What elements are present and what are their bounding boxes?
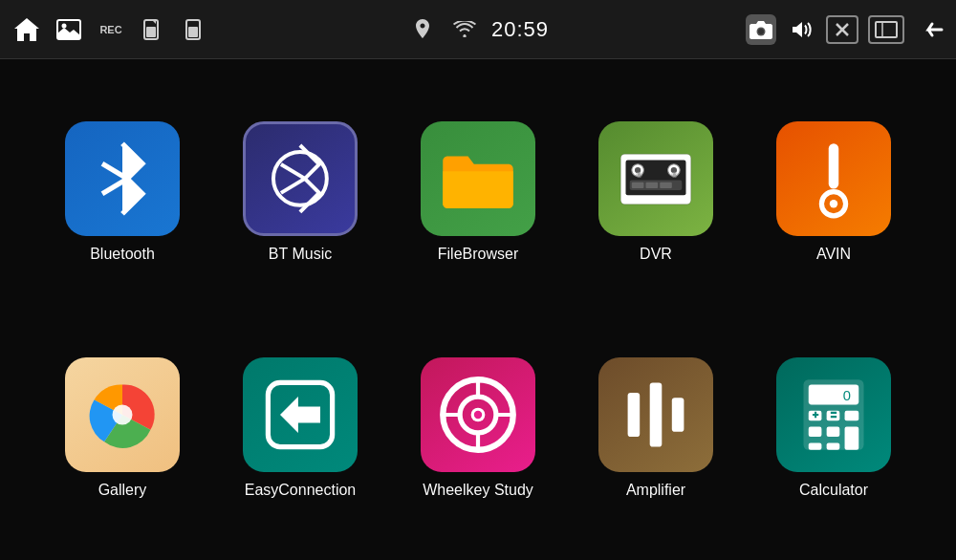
- svg-rect-57: [809, 442, 822, 449]
- app-item-amplifier[interactable]: Amplifier: [572, 314, 740, 541]
- app-item-bluetooth[interactable]: Bluetooth: [38, 78, 206, 305]
- app-label-bluetooth: Bluetooth: [90, 246, 155, 263]
- app-icon-avin: [776, 121, 891, 236]
- svg-rect-53: [845, 410, 859, 420]
- svg-rect-49: [809, 384, 859, 404]
- svg-rect-45: [628, 392, 641, 436]
- app-item-btmusic[interactable]: BT Music: [216, 78, 384, 305]
- app-label-gallery: Gallery: [98, 482, 147, 499]
- app-label-dvr: DVR: [640, 246, 672, 263]
- app-item-gallery[interactable]: Gallery: [38, 314, 206, 541]
- svg-text:◉: ◉: [636, 169, 642, 179]
- svg-point-6: [463, 34, 466, 37]
- svg-rect-27: [646, 182, 659, 187]
- image-icon[interactable]: [54, 14, 84, 45]
- svg-rect-11: [876, 22, 897, 37]
- app-item-calculator[interactable]: 0 Calculator: [750, 314, 918, 541]
- app-item-filebrowser[interactable]: FileBrowser: [394, 78, 562, 305]
- app-grid: Bluetooth BT Music FileBrowser: [0, 59, 956, 560]
- svg-rect-28: [660, 182, 672, 187]
- app-icon-filebrowser: [421, 121, 535, 236]
- wifi-icon: [449, 14, 480, 45]
- app-icon-easyconnection: [243, 357, 358, 472]
- app-label-wheelkey: Wheelkey Study: [423, 482, 533, 499]
- app-label-filebrowser: FileBrowser: [438, 246, 518, 263]
- svg-point-15: [273, 152, 327, 205]
- app-item-dvr[interactable]: ◉ ◉ DVR: [572, 78, 740, 305]
- svg-rect-58: [827, 442, 840, 449]
- svg-rect-5: [188, 27, 198, 37]
- app-icon-bluetooth: [65, 121, 180, 236]
- svg-text:◉: ◉: [671, 169, 678, 179]
- svg-rect-56: [845, 426, 859, 449]
- rec-badge: REC: [96, 14, 126, 45]
- svg-point-33: [830, 200, 837, 207]
- svg-rect-3: [146, 27, 156, 37]
- svg-rect-54: [809, 426, 822, 437]
- svg-line-17: [281, 178, 305, 192]
- svg-point-35: [113, 404, 133, 424]
- svg-rect-46: [650, 382, 663, 446]
- app-label-amplifier: Amplifier: [626, 482, 685, 499]
- app-item-easyconnection[interactable]: EasyConnection: [216, 314, 384, 541]
- app-icon-amplifier: [598, 357, 713, 472]
- back-button[interactable]: [914, 14, 945, 45]
- app-icon-dvr: ◉ ◉: [598, 121, 713, 236]
- status-time: 20:59: [491, 17, 549, 42]
- app-label-avin: AVIN: [816, 246, 851, 263]
- home-button[interactable]: [11, 14, 42, 45]
- app-label-easyconnection: EasyConnection: [245, 482, 357, 499]
- status-bar: REC: [0, 0, 956, 59]
- svg-text:0: 0: [843, 388, 851, 403]
- app-item-wheelkey[interactable]: Wheelkey Study: [394, 314, 562, 541]
- sim2-icon: [180, 14, 210, 45]
- app-icon-btmusic: [243, 121, 358, 236]
- svg-rect-26: [632, 182, 644, 187]
- sim1-icon: [138, 14, 168, 45]
- app-item-avin[interactable]: AVIN: [750, 78, 918, 305]
- app-icon-calculator: 0: [776, 357, 891, 472]
- screen-button[interactable]: [868, 15, 904, 44]
- app-icon-wheelkey: [421, 357, 535, 472]
- svg-line-16: [281, 164, 305, 179]
- volume-button[interactable]: [786, 14, 816, 45]
- app-label-btmusic: BT Music: [269, 246, 332, 263]
- svg-rect-47: [672, 398, 684, 432]
- app-label-calculator: Calculator: [799, 482, 868, 499]
- location-icon: [407, 14, 438, 45]
- app-icon-gallery: [65, 357, 180, 472]
- camera-button[interactable]: [746, 14, 776, 45]
- svg-point-1: [62, 23, 67, 28]
- svg-point-40: [474, 410, 482, 418]
- svg-rect-55: [827, 426, 840, 437]
- svg-point-8: [758, 29, 764, 34]
- svg-rect-31: [829, 143, 839, 188]
- close-button[interactable]: [826, 15, 858, 44]
